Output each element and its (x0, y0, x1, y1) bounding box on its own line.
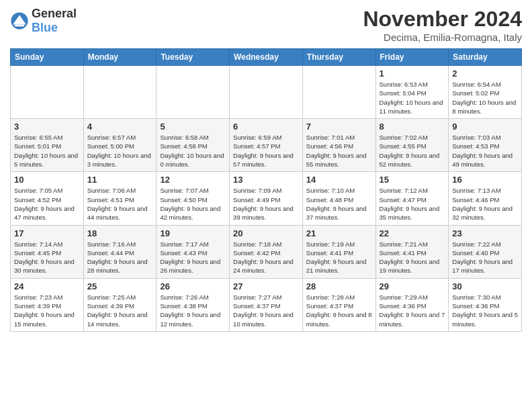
day-info: Sunrise: 7:06 AM Sunset: 4:51 PM Dayligh… (87, 186, 153, 222)
table-row: 16Sunrise: 7:13 AM Sunset: 4:46 PM Dayli… (449, 172, 522, 225)
day-number: 29 (380, 281, 445, 291)
table-row: 7Sunrise: 7:01 AM Sunset: 4:56 PM Daylig… (302, 119, 375, 172)
table-row (157, 66, 230, 119)
table-row: 27Sunrise: 7:27 AM Sunset: 4:37 PM Dayli… (230, 278, 303, 331)
table-row: 25Sunrise: 7:25 AM Sunset: 4:39 PM Dayli… (83, 278, 157, 331)
table-row: 30Sunrise: 7:30 AM Sunset: 4:36 PM Dayli… (449, 278, 522, 331)
day-info: Sunrise: 7:10 AM Sunset: 4:48 PM Dayligh… (306, 186, 372, 222)
day-info: Sunrise: 7:14 AM Sunset: 4:45 PM Dayligh… (14, 240, 80, 275)
logo-text: General Blue (32, 7, 77, 35)
col-saturday: Saturday (449, 49, 522, 66)
calendar-week-4: 17Sunrise: 7:14 AM Sunset: 4:45 PM Dayli… (11, 225, 522, 278)
calendar-header-row: Sunday Monday Tuesday Wednesday Thursday… (11, 49, 522, 66)
day-number: 8 (380, 122, 445, 132)
day-info: Sunrise: 7:05 AM Sunset: 4:52 PM Dayligh… (14, 186, 80, 222)
day-number: 22 (380, 228, 445, 238)
table-row (230, 66, 303, 119)
day-number: 14 (306, 175, 372, 185)
day-info: Sunrise: 7:12 AM Sunset: 4:47 PM Dayligh… (380, 186, 445, 222)
day-number: 30 (452, 281, 518, 291)
day-info: Sunrise: 7:29 AM Sunset: 4:36 PM Dayligh… (380, 293, 445, 328)
day-info: Sunrise: 6:54 AM Sunset: 5:02 PM Dayligh… (452, 80, 518, 116)
day-info: Sunrise: 7:23 AM Sunset: 4:39 PM Dayligh… (14, 293, 80, 328)
month-title: November 2024 (363, 7, 522, 32)
table-row: 19Sunrise: 7:17 AM Sunset: 4:43 PM Dayli… (157, 225, 230, 278)
table-row: 12Sunrise: 7:07 AM Sunset: 4:50 PM Dayli… (157, 172, 230, 225)
day-number: 15 (380, 175, 445, 185)
table-row (11, 66, 84, 119)
day-info: Sunrise: 7:25 AM Sunset: 4:39 PM Dayligh… (87, 293, 153, 328)
day-info: Sunrise: 6:57 AM Sunset: 5:00 PM Dayligh… (87, 133, 153, 169)
table-row: 20Sunrise: 7:18 AM Sunset: 4:42 PM Dayli… (230, 225, 303, 278)
table-row: 3Sunrise: 6:55 AM Sunset: 5:01 PM Daylig… (11, 119, 84, 172)
day-number: 18 (87, 228, 153, 238)
table-row: 22Sunrise: 7:21 AM Sunset: 4:41 PM Dayli… (375, 225, 449, 278)
table-row: 26Sunrise: 7:26 AM Sunset: 4:38 PM Dayli… (157, 278, 230, 331)
day-info: Sunrise: 7:01 AM Sunset: 4:56 PM Dayligh… (306, 133, 372, 169)
title-block: November 2024 Decima, Emilia-Romagna, It… (363, 7, 522, 43)
table-row: 15Sunrise: 7:12 AM Sunset: 4:47 PM Dayli… (375, 172, 449, 225)
day-number: 23 (452, 228, 518, 238)
day-info: Sunrise: 7:13 AM Sunset: 4:46 PM Dayligh… (452, 186, 518, 222)
day-number: 5 (160, 122, 226, 132)
day-number: 26 (160, 281, 226, 291)
day-info: Sunrise: 7:19 AM Sunset: 4:41 PM Dayligh… (306, 240, 372, 275)
calendar-week-1: 1Sunrise: 6:53 AM Sunset: 5:04 PM Daylig… (11, 66, 522, 119)
col-thursday: Thursday (302, 49, 375, 66)
day-info: Sunrise: 7:30 AM Sunset: 4:36 PM Dayligh… (452, 293, 518, 328)
day-info: Sunrise: 7:28 AM Sunset: 4:37 PM Dayligh… (306, 293, 372, 328)
page-header: General Blue November 2024 Decima, Emili… (10, 7, 522, 43)
col-tuesday: Tuesday (157, 49, 230, 66)
table-row: 10Sunrise: 7:05 AM Sunset: 4:52 PM Dayli… (11, 172, 84, 225)
table-row: 9Sunrise: 7:03 AM Sunset: 4:53 PM Daylig… (449, 119, 522, 172)
day-info: Sunrise: 6:59 AM Sunset: 4:57 PM Dayligh… (233, 133, 299, 169)
day-number: 19 (160, 228, 226, 238)
day-info: Sunrise: 7:22 AM Sunset: 4:40 PM Dayligh… (452, 240, 518, 275)
day-info: Sunrise: 7:07 AM Sunset: 4:50 PM Dayligh… (160, 186, 226, 222)
day-number: 25 (87, 281, 153, 291)
day-number: 11 (87, 175, 153, 185)
day-info: Sunrise: 7:17 AM Sunset: 4:43 PM Dayligh… (160, 240, 226, 275)
day-info: Sunrise: 7:09 AM Sunset: 4:49 PM Dayligh… (233, 186, 299, 222)
table-row: 11Sunrise: 7:06 AM Sunset: 4:51 PM Dayli… (83, 172, 157, 225)
day-number: 28 (306, 281, 372, 291)
day-number: 7 (306, 122, 372, 132)
table-row (302, 66, 375, 119)
day-info: Sunrise: 7:03 AM Sunset: 4:53 PM Dayligh… (452, 133, 518, 169)
calendar-table: Sunday Monday Tuesday Wednesday Thursday… (10, 48, 522, 332)
table-row: 8Sunrise: 7:02 AM Sunset: 4:55 PM Daylig… (375, 119, 449, 172)
day-number: 9 (452, 122, 518, 132)
table-row: 1Sunrise: 6:53 AM Sunset: 5:04 PM Daylig… (375, 66, 449, 119)
table-row: 29Sunrise: 7:29 AM Sunset: 4:36 PM Dayli… (375, 278, 449, 331)
logo-general: General (32, 7, 77, 20)
svg-rect-2 (15, 25, 24, 27)
day-number: 10 (14, 175, 80, 185)
table-row: 13Sunrise: 7:09 AM Sunset: 4:49 PM Dayli… (230, 172, 303, 225)
day-number: 1 (380, 68, 445, 79)
day-number: 17 (14, 228, 80, 238)
table-row: 17Sunrise: 7:14 AM Sunset: 4:45 PM Dayli… (11, 225, 84, 278)
day-number: 24 (14, 281, 80, 291)
day-info: Sunrise: 6:58 AM Sunset: 4:58 PM Dayligh… (160, 133, 226, 169)
table-row (83, 66, 157, 119)
day-number: 13 (233, 175, 299, 185)
day-number: 12 (160, 175, 226, 185)
day-info: Sunrise: 6:53 AM Sunset: 5:04 PM Dayligh… (380, 80, 445, 116)
day-info: Sunrise: 7:18 AM Sunset: 4:42 PM Dayligh… (233, 240, 299, 275)
day-info: Sunrise: 7:16 AM Sunset: 4:44 PM Dayligh… (87, 240, 153, 275)
day-info: Sunrise: 7:27 AM Sunset: 4:37 PM Dayligh… (233, 293, 299, 328)
day-number: 27 (233, 281, 299, 291)
day-number: 2 (452, 68, 518, 79)
table-row: 14Sunrise: 7:10 AM Sunset: 4:48 PM Dayli… (302, 172, 375, 225)
day-number: 20 (233, 228, 299, 238)
table-row: 28Sunrise: 7:28 AM Sunset: 4:37 PM Dayli… (302, 278, 375, 331)
calendar-week-3: 10Sunrise: 7:05 AM Sunset: 4:52 PM Dayli… (11, 172, 522, 225)
day-info: Sunrise: 7:26 AM Sunset: 4:38 PM Dayligh… (160, 293, 226, 328)
day-number: 16 (452, 175, 518, 185)
table-row: 21Sunrise: 7:19 AM Sunset: 4:41 PM Dayli… (302, 225, 375, 278)
day-number: 4 (87, 122, 153, 132)
col-friday: Friday (375, 49, 449, 66)
col-sunday: Sunday (11, 49, 84, 66)
logo-icon (10, 11, 29, 30)
table-row: 4Sunrise: 6:57 AM Sunset: 5:00 PM Daylig… (83, 119, 157, 172)
